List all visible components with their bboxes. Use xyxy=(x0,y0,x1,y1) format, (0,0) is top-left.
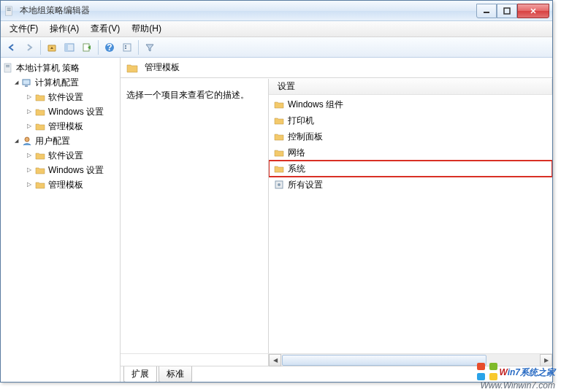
svg-rect-15 xyxy=(6,65,9,66)
folder-icon xyxy=(273,131,285,142)
tab-standard[interactable]: 标准 xyxy=(159,366,192,382)
tree-u-templates[interactable]: 管理模板 xyxy=(1,177,120,192)
minimize-button[interactable] xyxy=(476,4,497,18)
folder-icon xyxy=(34,150,46,161)
tree-u-software[interactable]: 软件设置 xyxy=(1,148,120,163)
app-window: 本地组策略编辑器 文件(F) 操作(A) 查看(V) 帮助(H) ? 本地计算机… xyxy=(0,0,553,383)
list-items[interactable]: Windows 组件 打印机 控制面板 网络 xyxy=(269,95,552,353)
folder-icon xyxy=(273,115,285,126)
item-label: 所有设置 xyxy=(288,178,323,191)
item-printers[interactable]: 打印机 xyxy=(269,112,552,128)
expand-icon[interactable] xyxy=(24,107,34,117)
expand-icon[interactable] xyxy=(24,92,34,102)
folder-icon xyxy=(273,99,285,110)
policy-icon xyxy=(2,62,14,74)
horizontal-scrollbar: ◀ ▶ xyxy=(121,353,552,366)
toolbar-separator xyxy=(98,40,99,55)
titlebar[interactable]: 本地组策略编辑器 xyxy=(1,1,552,21)
svg-rect-13 xyxy=(125,47,126,49)
menu-help[interactable]: 帮助(H) xyxy=(126,20,167,37)
tree-computer-config[interactable]: 计算机配置 xyxy=(1,75,120,90)
folder-icon xyxy=(34,120,46,132)
menu-action[interactable]: 操作(A) xyxy=(44,20,85,37)
folder-icon xyxy=(273,147,285,158)
body-frame: 本地计算机 策略 计算机配置 软件设置 Windows 设置 管理模板 xyxy=(1,58,552,382)
folder-icon xyxy=(126,62,138,74)
item-label: 网络 xyxy=(288,146,305,159)
menubar: 文件(F) 操作(A) 查看(V) 帮助(H) xyxy=(1,21,552,37)
show-hide-tree-button[interactable] xyxy=(61,39,77,55)
item-label: 打印机 xyxy=(288,114,314,127)
tree-label: 用户配置 xyxy=(35,134,70,147)
description-pane: 选择一个项目来查看它的描述。 xyxy=(121,79,269,353)
up-button[interactable] xyxy=(44,39,60,55)
tree-c-windows[interactable]: Windows 设置 xyxy=(1,104,120,119)
forward-button[interactable] xyxy=(21,39,37,55)
col-setting[interactable]: 设置 xyxy=(273,79,552,94)
help-button[interactable]: ? xyxy=(102,39,118,55)
header-title: 管理模板 xyxy=(145,61,180,74)
tree-c-templates[interactable]: 管理模板 xyxy=(1,119,120,134)
svg-rect-18 xyxy=(25,85,28,87)
expand-icon[interactable] xyxy=(24,180,34,190)
scroll-right-button[interactable]: ▶ xyxy=(540,354,552,366)
folder-icon xyxy=(273,163,285,174)
back-button[interactable] xyxy=(4,39,20,55)
tree-label: 管理模板 xyxy=(48,178,83,191)
close-button[interactable] xyxy=(517,4,549,18)
item-windows-components[interactable]: Windows 组件 xyxy=(269,96,552,112)
menu-file[interactable]: 文件(F) xyxy=(4,20,44,37)
svg-rect-17 xyxy=(23,80,30,85)
svg-point-19 xyxy=(25,137,29,142)
item-system[interactable]: 系统 xyxy=(269,161,552,177)
item-all-settings[interactable]: 所有设置 xyxy=(269,177,552,193)
tree-label: 管理模板 xyxy=(48,120,83,133)
scrollbar-track[interactable]: ◀ ▶ xyxy=(269,354,552,366)
scroll-left-button[interactable]: ◀ xyxy=(269,354,281,366)
item-network[interactable]: 网络 xyxy=(269,145,552,161)
tree-root[interactable]: 本地计算机 策略 xyxy=(1,61,120,75)
user-icon xyxy=(21,135,33,147)
export-button[interactable] xyxy=(79,39,95,55)
svg-rect-16 xyxy=(6,66,9,67)
list-pane: 设置 Windows 组件 打印机 xyxy=(269,79,552,353)
expand-icon[interactable] xyxy=(24,165,34,175)
menu-view[interactable]: 查看(V) xyxy=(85,20,126,37)
svg-rect-4 xyxy=(484,12,489,13)
folder-icon xyxy=(34,91,46,103)
tree-label: 软件设置 xyxy=(48,149,83,162)
properties-button[interactable] xyxy=(119,39,135,55)
tree-label: Windows 设置 xyxy=(48,105,104,118)
folder-icon xyxy=(34,179,46,191)
svg-rect-2 xyxy=(7,9,11,9)
content-panel: 管理模板 选择一个项目来查看它的描述。 设置 Windows 组 xyxy=(121,58,552,382)
tree-c-software[interactable]: 软件设置 xyxy=(1,90,120,104)
item-label: 系统 xyxy=(288,162,305,175)
expand-icon[interactable] xyxy=(24,150,34,161)
svg-rect-7 xyxy=(65,44,68,51)
tree-u-windows[interactable]: Windows 设置 xyxy=(1,163,120,177)
expand-icon[interactable] xyxy=(11,77,21,88)
filter-button[interactable] xyxy=(142,39,158,55)
scroll-thumb[interactable] xyxy=(282,355,486,366)
svg-rect-3 xyxy=(7,10,11,11)
tree-user-config[interactable]: 用户配置 xyxy=(1,134,120,148)
folder-icon xyxy=(34,106,46,118)
toolbar-separator xyxy=(40,40,41,55)
item-control-panel[interactable]: 控制面板 xyxy=(269,128,552,145)
computer-icon xyxy=(21,77,33,88)
expand-icon[interactable] xyxy=(24,121,34,131)
settings-icon xyxy=(273,179,285,191)
svg-rect-5 xyxy=(504,8,510,14)
svg-rect-1 xyxy=(7,7,11,8)
expand-icon[interactable] xyxy=(11,136,21,146)
svg-point-21 xyxy=(278,183,280,186)
window-title: 本地组策略编辑器 xyxy=(20,4,476,17)
tree-panel[interactable]: 本地计算机 策略 计算机配置 软件设置 Windows 设置 管理模板 xyxy=(1,58,121,382)
maximize-button[interactable] xyxy=(497,4,517,18)
tree-label: 软件设置 xyxy=(48,91,83,104)
tab-extended[interactable]: 扩展 xyxy=(123,366,157,382)
list-header[interactable]: 设置 xyxy=(269,79,552,95)
tree-label: 本地计算机 策略 xyxy=(16,61,80,74)
tree-label: 计算机配置 xyxy=(35,76,79,89)
